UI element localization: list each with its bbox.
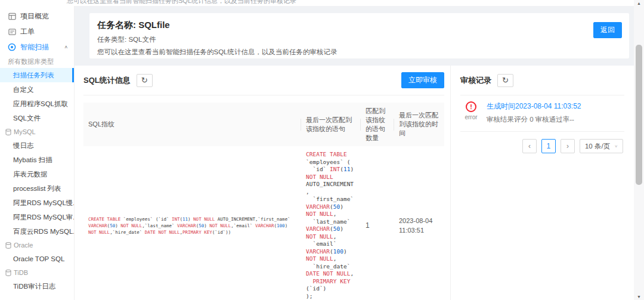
table-row: CREATE TABLE `employees` (`id` INT(11) N… (83, 146, 444, 300)
sidebar-item-label: 所有数据库类型 (8, 57, 54, 66)
pagination-prev-button[interactable]: ‹ (522, 139, 537, 153)
sidebar-item-app-sql-capture[interactable]: 应用程序SQL抓取 (0, 97, 74, 111)
back-button[interactable]: 返回 (593, 22, 622, 38)
mysql-icon (5, 129, 11, 135)
match-count-cell: 1 (361, 146, 394, 300)
vertical-scrollbar[interactable]: ▲ ▼ (634, 0, 644, 300)
top-notice-text-clipped: 您可以在这里查看当前智能扫描任务的SQL统计信息，以及当前任务的审核记录 (67, 0, 644, 5)
sidebar-item-label: 库表元数据 (13, 170, 48, 179)
scroll-down-icon[interactable]: ▼ (634, 295, 644, 299)
sidebar-item-label: MySQL (14, 128, 36, 135)
sidebar-item-label: Oracle (14, 242, 33, 249)
sidebar-item-label: SQL文件 (13, 114, 41, 123)
sidebar-item-label: Mybatis 扫描 (13, 156, 52, 165)
sql-stats-header: SQL统计信息 ↻ 立即审核 (83, 66, 444, 95)
sidebar-item-oracle-top-sql[interactable]: Oracle TOP SQL (0, 252, 74, 266)
record-status: ! error (460, 101, 482, 124)
refresh-icon: ↻ (141, 76, 148, 85)
sidebar-item-label: TiDB (14, 269, 28, 276)
scroll-up-icon[interactable]: ▲ (634, 1, 644, 5)
task-header-card: 任务名称: SQLfile 任务类型: SQL文件 您可以在这里查看当前智能扫描… (89, 13, 629, 58)
task-type: 任务类型: SQL文件 (97, 35, 622, 44)
sidebar-item-label: 百度云RDS MySQL... (13, 227, 75, 236)
sidebar-item-mybatis-scan[interactable]: Mybatis 扫描 (0, 153, 74, 167)
sidebar-item-scan-task-list[interactable]: 扫描任务列表 (0, 68, 74, 82)
pagination-next-button[interactable]: › (561, 139, 575, 153)
audit-records-pagination: ‹ 1 › 10 条/页 ∨ (460, 139, 624, 153)
sql-fingerprint-cell: CREATE TABLE `employees` (`id` INT(11) N… (83, 146, 301, 300)
record-body: 生成时间2023-08-04 11:03:52 审核结果评分 0 审核通过率-- (487, 101, 581, 124)
audit-records-header: 审核记录 ↻ (460, 66, 624, 95)
match-time-cell: 2023-08-04 11:03:51 (394, 146, 444, 300)
record-generated-time-link[interactable]: 生成时间2023-08-04 11:03:52 (487, 101, 581, 112)
task-name-label: 任务名称: (97, 20, 136, 30)
sidebar-item-tidb[interactable]: TiDB (0, 266, 74, 279)
sidebar-item-label: TiDB审计日志 (13, 282, 55, 291)
page-title: 任务名称: SQLfile (97, 20, 622, 31)
screen: 您可以在这里查看当前智能扫描任务的SQL统计信息，以及当前任务的审核记录 项目概… (0, 0, 644, 300)
sql-statement-cell: CREATE TABLE `employees` ( `id` INT(11) … (301, 146, 361, 300)
sidebar-item-aliyun-rds-mysql-audit[interactable]: 阿里RDS MySQL审... (0, 210, 74, 224)
oracle-icon (5, 242, 11, 249)
sidebar-item-label: 扫描任务列表 (13, 71, 54, 80)
page-size-value: 10 条/页 (585, 142, 610, 151)
sidebar-menu: 项目概览工单智能扫描∧所有数据库类型扫描任务列表自定义应用程序SQL抓取SQL文… (0, 8, 74, 293)
sidebar-item-label: 自定义 (13, 85, 34, 94)
scan-icon (8, 43, 16, 51)
sidebar-item-label: 阿里RDS MySQL审... (13, 213, 75, 222)
refresh-icon: ↻ (502, 76, 509, 85)
sidebar-item-label: 阿里RDS MySQL慢... (13, 199, 75, 208)
scrollbar-thumb[interactable] (636, 45, 642, 185)
audit-now-button[interactable]: 立即审核 (401, 72, 444, 88)
sidebar-item-tidb-audit-log[interactable]: TiDB审计日志 (0, 279, 74, 293)
sidebar-item-oracle[interactable]: Oracle (0, 239, 74, 252)
sidebar-item-smart-scan[interactable]: 智能扫描∧ (0, 39, 74, 55)
pagination-page-1-button[interactable]: 1 (541, 139, 556, 153)
sidebar: 项目概览工单智能扫描∧所有数据库类型扫描任务列表自定义应用程序SQL抓取SQL文… (0, 6, 75, 300)
task-name-value: SQLfile (138, 20, 170, 30)
audit-record-item: ! error 生成时间2023-08-04 11:03:52 审核结果评分 0… (460, 95, 624, 132)
sidebar-item-label: Oracle TOP SQL (13, 255, 64, 262)
page-size-select[interactable]: 10 条/页 ∨ (580, 139, 623, 153)
chevron-right-icon: › (566, 142, 569, 150)
chevron-up-icon: ∧ (64, 45, 68, 50)
sql-stats-title: SQL统计信息 (83, 75, 131, 86)
column-header: 匹配到该指纹的语句数量 (361, 103, 394, 146)
refresh-audit-records-button[interactable]: ↻ (497, 74, 513, 87)
record-result-detail: 审核结果评分 0 审核通过率-- (487, 115, 581, 124)
sql-fingerprint-code: CREATE TABLE `employees` (`id` INT(11) N… (88, 216, 296, 236)
error-icon: ! (466, 101, 476, 112)
sidebar-item-label: 工单 (20, 27, 35, 37)
chevron-down-icon: ∨ (614, 144, 618, 149)
table-header-row: SQL指纹最后一次匹配到该指纹的语句匹配到该指纹的语句数量最后一次匹配到该指纹的… (83, 103, 444, 146)
sidebar-item-custom[interactable]: 自定义 (0, 82, 74, 97)
content-panel: SQL统计信息 ↻ 立即审核 SQL指纹最后一次匹配到该指纹的语句匹配到该指纹的… (75, 66, 634, 300)
sidebar-item-aliyun-rds-mysql-slow[interactable]: 阿里RDS MySQL慢... (0, 196, 74, 210)
sidebar-item-processlist[interactable]: processlist 列表 (0, 181, 74, 196)
overview-icon (8, 12, 16, 20)
sql-stats-section: SQL统计信息 ↻ 立即审核 SQL指纹最后一次匹配到该指纹的语句匹配到该指纹的… (75, 66, 450, 300)
task-description: 您可以在这里查看当前智能扫描任务的SQL统计信息，以及当前任务的审核记录 (97, 48, 622, 57)
sidebar-item-baidu-rds-mysql[interactable]: 百度云RDS MySQL... (0, 224, 74, 239)
sidebar-item-all-db-types: 所有数据库类型 (0, 55, 74, 68)
audit-records-title: 审核记录 (460, 75, 491, 86)
sidebar-item-work-order[interactable]: 工单 (0, 24, 74, 39)
sidebar-item-label: 项目概览 (20, 11, 49, 21)
column-header: SQL指纹 (83, 103, 301, 146)
audit-records-section: 审核记录 ↻ ! error 生成时间2023-08-04 11:03:52 审… (450, 66, 634, 300)
sidebar-item-project-overview[interactable]: 项目概览 (0, 8, 74, 24)
sidebar-item-table-metadata[interactable]: 库表元数据 (0, 167, 74, 181)
sidebar-item-slow-log[interactable]: 慢日志 (0, 138, 74, 153)
sql-stats-table: SQL指纹最后一次匹配到该指纹的语句匹配到该指纹的语句数量最后一次匹配到该指纹的… (83, 103, 444, 300)
column-header: 最后一次匹配到该指纹的语句 (301, 103, 361, 146)
sidebar-item-label: 智能扫描 (20, 42, 49, 52)
record-status-label: error (465, 114, 477, 120)
sidebar-item-mysql[interactable]: MySQL (0, 125, 74, 138)
chevron-left-icon: ‹ (528, 142, 531, 150)
sidebar-item-sql-file[interactable]: SQL文件 (0, 111, 74, 125)
column-header: 最后一次匹配到该指纹的时间 (394, 103, 444, 146)
ticket-icon (8, 27, 16, 36)
refresh-sql-stats-button[interactable]: ↻ (137, 74, 153, 87)
sidebar-item-label: processlist 列表 (13, 184, 61, 193)
sql-statement-code: CREATE TABLE `employees` ( `id` INT(11) … (306, 151, 356, 300)
